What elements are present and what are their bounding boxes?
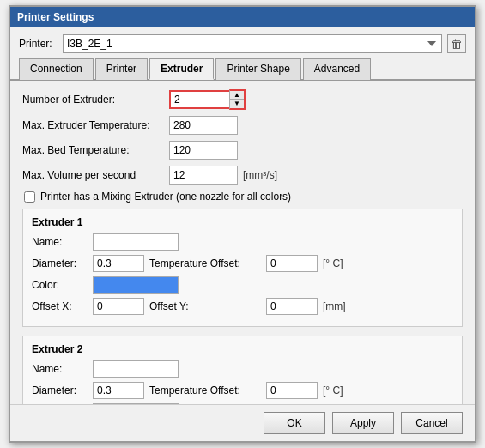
max-ext-temp-row: Max. Extruder Temperature: 280 xyxy=(22,116,463,135)
mixing-extruder-label: Printer has a Mixing Extruder (one nozzl… xyxy=(40,191,291,203)
mixing-extruder-checkbox[interactable] xyxy=(24,191,35,203)
ext1-color-picker[interactable] xyxy=(93,276,179,294)
ext1-name-input[interactable] xyxy=(93,233,179,251)
max-bed-temp-input[interactable]: 120 xyxy=(169,141,238,160)
printer-row: Printer: I3B_2E_1 🗑 xyxy=(10,27,475,58)
ext2-diameter-input[interactable]: 0.3 xyxy=(93,382,144,399)
tabs-bar: Connection Printer Extruder Printer Shap… xyxy=(10,58,475,81)
ok-button[interactable]: OK xyxy=(264,412,325,434)
tab-connection[interactable]: Connection xyxy=(19,58,94,80)
ext1-diameter-input[interactable]: 0.3 xyxy=(93,255,144,272)
num-extruder-input[interactable]: 2 xyxy=(169,90,229,109)
dialog-body: Printer: I3B_2E_1 🗑 Connection Printer E… xyxy=(10,27,475,441)
ext1-offset-y-input[interactable]: 0 xyxy=(266,298,318,315)
ext1-offset-y-label: Offset Y: xyxy=(149,300,261,312)
ext1-color-row: Color: xyxy=(32,276,453,294)
extruder-2-section: Extruder 2 Name: Diameter: 0.3 Temperatu… xyxy=(22,336,463,404)
printer-select[interactable]: I3B_2E_1 xyxy=(63,34,442,53)
ext1-offset-x-input[interactable]: 0 xyxy=(93,298,144,315)
tab-extruder[interactable]: Extruder xyxy=(149,58,214,80)
ext1-color-label: Color: xyxy=(32,279,88,291)
printer-settings-dialog: Printer Settings Printer: I3B_2E_1 🗑 Con… xyxy=(9,5,476,443)
footer: OK Apply Cancel xyxy=(10,404,475,441)
spinner-up-button[interactable]: ▲ xyxy=(230,91,244,100)
ext1-name-row: Name: xyxy=(32,233,453,251)
ext1-offset-unit: [mm] xyxy=(323,300,346,312)
tab-advanced[interactable]: Advanced xyxy=(303,58,371,80)
tab-printer[interactable]: Printer xyxy=(95,58,148,80)
ext1-offset-row: Offset X: 0 Offset Y: 0 [mm] xyxy=(32,298,453,315)
max-bed-temp-row: Max. Bed Temperature: 120 xyxy=(22,141,463,160)
ext2-name-label: Name: xyxy=(32,363,88,375)
ext1-temp-offset-input[interactable]: 0 xyxy=(266,255,318,272)
title-bar: Printer Settings xyxy=(10,7,475,27)
max-vol-row: Max. Volume per second 12 [mm³/s] xyxy=(22,166,463,185)
tab-printer-shape[interactable]: Printer Shape xyxy=(215,58,300,80)
ext1-temp-offset-label: Temperature Offset: xyxy=(149,257,261,269)
ext2-name-input[interactable] xyxy=(93,360,179,378)
ext1-diameter-label: Diameter: xyxy=(32,257,88,269)
extruder-1-title: Extruder 1 xyxy=(32,216,453,228)
extruder-1-section: Extruder 1 Name: Diameter: 0.3 Temperatu… xyxy=(22,209,463,327)
ext2-name-row: Name: xyxy=(32,360,453,378)
max-bed-temp-label: Max. Bed Temperature: xyxy=(22,144,164,156)
content-area: Number of Extruder: 2 ▲ ▼ Max. Extruder … xyxy=(10,81,475,404)
num-extruder-spinner: 2 ▲ ▼ xyxy=(169,89,246,110)
max-vol-input[interactable]: 12 xyxy=(169,166,238,185)
printer-label: Printer: xyxy=(19,38,58,50)
num-extruder-label: Number of Extruder: xyxy=(22,94,164,106)
cancel-button[interactable]: Cancel xyxy=(401,412,463,434)
mixing-extruder-row: Printer has a Mixing Extruder (one nozzl… xyxy=(22,191,463,203)
ext1-offset-x-label: Offset X: xyxy=(32,300,88,312)
ext2-diameter-label: Diameter: xyxy=(32,384,88,397)
num-extruder-row: Number of Extruder: 2 ▲ ▼ xyxy=(22,89,463,110)
dialog-title: Printer Settings xyxy=(17,11,94,23)
ext1-name-label: Name: xyxy=(32,236,88,248)
ext2-temp-offset-label: Temperature Offset: xyxy=(149,384,261,397)
extruder-2-title: Extruder 2 xyxy=(32,343,453,355)
ext1-diameter-row: Diameter: 0.3 Temperature Offset: 0 [° C… xyxy=(32,255,453,272)
spinner-buttons: ▲ ▼ xyxy=(229,89,246,110)
max-ext-temp-input[interactable]: 280 xyxy=(169,116,238,135)
spinner-down-button[interactable]: ▼ xyxy=(230,100,244,108)
ext2-temp-offset-unit: [° C] xyxy=(323,384,343,397)
max-vol-unit: [mm³/s] xyxy=(243,169,277,181)
max-ext-temp-label: Max. Extruder Temperature: xyxy=(22,119,164,131)
apply-button[interactable]: Apply xyxy=(332,412,394,434)
ext2-diameter-row: Diameter: 0.3 Temperature Offset: 0 [° C… xyxy=(32,382,453,399)
max-vol-label: Max. Volume per second xyxy=(22,169,164,181)
ext2-temp-offset-input[interactable]: 0 xyxy=(266,382,318,399)
ext1-temp-offset-unit: [° C] xyxy=(323,257,343,269)
delete-printer-button[interactable]: 🗑 xyxy=(447,34,466,53)
